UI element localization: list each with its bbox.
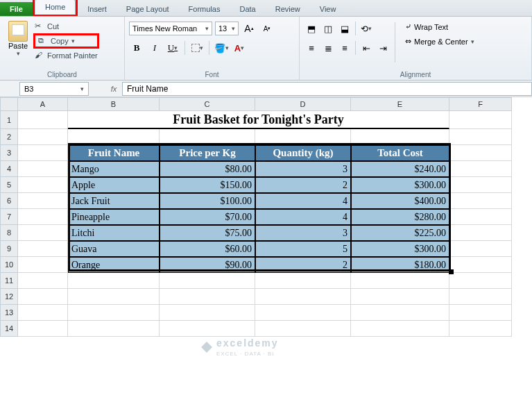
column-header[interactable]: C bbox=[160, 97, 255, 111]
decrease-indent-button[interactable]: ⇤ bbox=[359, 40, 374, 56]
row-header[interactable]: 1 bbox=[0, 111, 18, 129]
table-cell[interactable]: $240.00 bbox=[351, 161, 449, 177]
column-header[interactable]: F bbox=[449, 97, 512, 111]
table-header[interactable]: Quantity (kg) bbox=[255, 145, 351, 161]
orientation-button[interactable]: ⟲▾ bbox=[359, 21, 374, 36]
wrap-text-button[interactable]: ⤶ Wrap Text bbox=[404, 21, 449, 33]
copy-icon: ⧉ bbox=[38, 36, 48, 46]
row-header[interactable]: 12 bbox=[0, 289, 18, 305]
column-header[interactable]: A bbox=[18, 97, 68, 111]
table-cell[interactable]: $150.00 bbox=[160, 177, 255, 193]
tab-review[interactable]: Review bbox=[266, 2, 310, 16]
row-header[interactable]: 9 bbox=[0, 241, 18, 257]
paste-dropdown-icon[interactable]: ▾ bbox=[17, 50, 20, 57]
row-header[interactable]: 8 bbox=[0, 225, 18, 241]
align-middle-icon: ◫ bbox=[324, 24, 332, 34]
column-header[interactable]: E bbox=[351, 97, 449, 111]
table-cell[interactable]: $75.00 bbox=[160, 225, 255, 241]
table-header[interactable]: Total Cost bbox=[351, 145, 449, 161]
table-cell[interactable]: Pineapple bbox=[68, 209, 160, 225]
group-label-font: Font bbox=[129, 70, 295, 79]
table-cell[interactable]: 4 bbox=[255, 209, 351, 225]
border-button[interactable]: ▾ bbox=[189, 40, 205, 56]
tab-file[interactable]: File bbox=[0, 2, 33, 16]
sheet-title[interactable]: Fruit Basket for Tonight's Party bbox=[68, 111, 449, 129]
bucket-icon: 🪣 bbox=[214, 43, 225, 53]
tab-insert[interactable]: Insert bbox=[78, 2, 117, 16]
table-cell[interactable]: 2 bbox=[255, 177, 351, 193]
table-cell[interactable]: 5 bbox=[255, 241, 351, 257]
format-painter-button[interactable]: 🖌 Format Painter bbox=[33, 50, 99, 61]
copy-dropdown-icon[interactable]: ▾ bbox=[71, 37, 75, 44]
row-header[interactable]: 2 bbox=[0, 129, 18, 145]
font-color-button[interactable]: A▾ bbox=[232, 40, 247, 56]
table-cell[interactable]: $180.00 bbox=[351, 257, 449, 273]
increase-indent-button[interactable]: ⇥ bbox=[375, 40, 391, 56]
table-cell[interactable]: Litchi bbox=[68, 225, 160, 241]
row-header[interactable]: 6 bbox=[0, 193, 18, 209]
table-header[interactable]: Fruit Name bbox=[68, 145, 160, 161]
align-top-button[interactable]: ⬒ bbox=[304, 21, 319, 36]
formula-bar[interactable]: Fruit Name bbox=[122, 82, 532, 96]
copy-button[interactable]: ⧉ Copy ▾ bbox=[37, 35, 96, 47]
table-cell[interactable]: $90.00 bbox=[160, 257, 255, 273]
chevron-down-icon: ▾ bbox=[80, 85, 84, 92]
table-cell[interactable]: 4 bbox=[255, 193, 351, 209]
align-left-button[interactable]: ≡ bbox=[304, 40, 319, 56]
table-cell[interactable]: Guava bbox=[68, 241, 160, 257]
column-header[interactable]: B bbox=[68, 97, 160, 111]
table-cell[interactable]: $300.00 bbox=[351, 177, 449, 193]
decrease-font-button[interactable]: A▾ bbox=[259, 21, 275, 36]
fx-icon[interactable]: fx bbox=[105, 85, 122, 93]
font-name-select[interactable]: Times New Roman▾ bbox=[129, 22, 212, 35]
cut-button[interactable]: ✂ Cut bbox=[33, 21, 99, 32]
table-header[interactable]: Price per Kg bbox=[160, 145, 255, 161]
table-cell[interactable]: 3 bbox=[255, 161, 351, 177]
tab-home[interactable]: Home bbox=[35, 0, 76, 15]
row-header[interactable]: 13 bbox=[0, 305, 18, 321]
table-cell[interactable]: $100.00 bbox=[160, 193, 255, 209]
tab-page-layout[interactable]: Page Layout bbox=[117, 2, 179, 16]
table-cell[interactable]: Apple bbox=[68, 177, 160, 193]
merge-center-button[interactable]: ⇔ Merge & Center ▾ bbox=[404, 35, 476, 47]
row-header[interactable]: 10 bbox=[0, 257, 18, 273]
row-header[interactable]: 14 bbox=[0, 321, 18, 337]
row-header[interactable]: 11 bbox=[0, 273, 18, 289]
name-box[interactable]: B3▾ bbox=[19, 82, 89, 96]
table-cell[interactable]: 2 bbox=[255, 257, 351, 273]
table-cell[interactable]: 3 bbox=[255, 225, 351, 241]
table-cell[interactable]: $225.00 bbox=[351, 225, 449, 241]
table-cell[interactable]: Orange bbox=[68, 257, 160, 273]
tab-formulas[interactable]: Formulas bbox=[179, 2, 230, 16]
align-bottom-button[interactable]: ⬓ bbox=[337, 21, 352, 36]
align-middle-button[interactable]: ◫ bbox=[320, 21, 336, 36]
align-center-button[interactable]: ≣ bbox=[320, 40, 336, 56]
select-all-corner[interactable] bbox=[0, 97, 18, 111]
table-cell[interactable]: $70.00 bbox=[160, 209, 255, 225]
row-header[interactable]: 7 bbox=[0, 209, 18, 225]
row-header[interactable]: 3 bbox=[0, 145, 18, 161]
row-header[interactable]: 4 bbox=[0, 161, 18, 177]
tab-view[interactable]: View bbox=[310, 2, 346, 16]
bold-button[interactable]: B bbox=[129, 40, 144, 56]
align-right-button[interactable]: ≡ bbox=[337, 40, 352, 56]
table-cell[interactable]: $400.00 bbox=[351, 193, 449, 209]
table-cell[interactable]: Mango bbox=[68, 161, 160, 177]
table-cell[interactable]: Jack Fruit bbox=[68, 193, 160, 209]
grid-body[interactable]: Fruit Basket for Tonight's Party Fruit N… bbox=[18, 111, 532, 337]
table-cell[interactable]: $60.00 bbox=[160, 241, 255, 257]
table-cell[interactable]: $300.00 bbox=[351, 241, 449, 257]
row-header[interactable]: 5 bbox=[0, 177, 18, 193]
column-header[interactable]: D bbox=[255, 97, 351, 111]
fill-handle[interactable] bbox=[449, 269, 454, 274]
worksheet: 1 2 3 4 5 6 7 8 9 10 11 12 13 14 A B C D… bbox=[0, 97, 532, 337]
fill-color-button[interactable]: 🪣▾ bbox=[214, 40, 229, 56]
underline-button[interactable]: U▾ bbox=[165, 40, 180, 56]
table-cell[interactable]: $80.00 bbox=[160, 161, 255, 177]
italic-button[interactable]: I bbox=[147, 40, 162, 56]
font-size-select[interactable]: 13▾ bbox=[215, 22, 239, 35]
tab-data[interactable]: Data bbox=[230, 2, 265, 16]
table-cell[interactable]: $280.00 bbox=[351, 209, 449, 225]
paste-button[interactable]: Paste ▾ bbox=[4, 18, 32, 57]
increase-font-button[interactable]: A▴ bbox=[241, 21, 257, 36]
